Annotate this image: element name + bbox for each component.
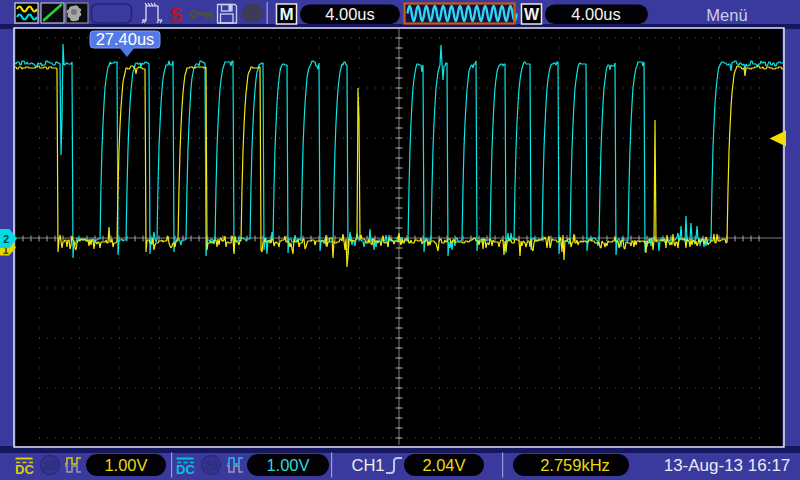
svg-text:M: M bbox=[279, 5, 293, 24]
svg-text:1.00V: 1.00V bbox=[104, 456, 147, 474]
svg-text:2: 2 bbox=[3, 233, 9, 245]
svg-text:DC: DC bbox=[15, 462, 34, 477]
svg-text:27.40us: 27.40us bbox=[96, 30, 155, 48]
svg-text:2.759kHz: 2.759kHz bbox=[540, 456, 610, 474]
svg-text:DC: DC bbox=[176, 462, 195, 477]
svg-text:CH1: CH1 bbox=[351, 456, 384, 474]
svg-text:13-Aug-13 16:17: 13-Aug-13 16:17 bbox=[664, 456, 791, 475]
svg-text:2.04V: 2.04V bbox=[422, 456, 465, 474]
svg-text:4.00us: 4.00us bbox=[325, 5, 375, 23]
svg-text:4.00us: 4.00us bbox=[571, 5, 621, 23]
svg-text:20: 20 bbox=[43, 458, 57, 473]
svg-text:W: W bbox=[524, 6, 540, 23]
svg-text:Menü: Menü bbox=[706, 6, 747, 24]
svg-text:1.00V: 1.00V bbox=[266, 456, 309, 474]
svg-text:20: 20 bbox=[204, 458, 218, 473]
svg-text:S: S bbox=[170, 4, 183, 25]
